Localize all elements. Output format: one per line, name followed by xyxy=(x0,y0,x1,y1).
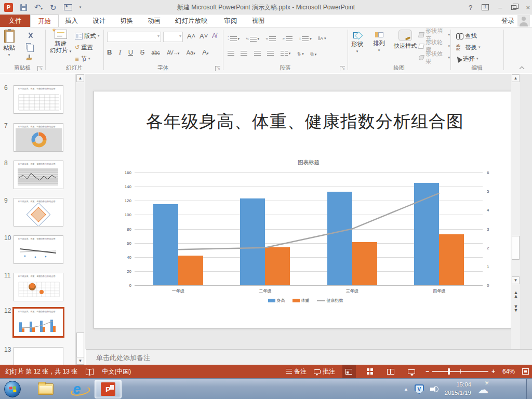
shrink-font-icon[interactable]: A˅ xyxy=(200,32,208,40)
font-size-combo[interactable] xyxy=(163,32,183,42)
grow-font-icon[interactable]: A˄ xyxy=(187,32,195,40)
bullets-icon[interactable]: ⁚▾ xyxy=(228,36,240,41)
security-shield-icon[interactable]: V xyxy=(415,384,424,394)
font-dialog-launcher[interactable]: ↘ xyxy=(215,66,220,71)
zoom-out-icon[interactable]: − xyxy=(425,368,429,375)
section-button[interactable]: ≣节▾ xyxy=(75,54,90,64)
cut-icon[interactable] xyxy=(27,33,34,39)
thumbnail-slide-6[interactable]: 6各年级身高、体重、健康指数分析组合图 xyxy=(0,84,85,117)
thumbnail-preview[interactable] xyxy=(14,347,63,365)
strikethrough-button[interactable]: S xyxy=(140,48,144,56)
previous-slide-icon[interactable]: ▲▲ xyxy=(512,291,520,298)
italic-button[interactable]: I xyxy=(119,48,121,57)
taskbar-ie-button[interactable]: e xyxy=(63,380,90,398)
align-text-icon[interactable]: ⇅▾ xyxy=(297,51,304,57)
numbering-icon[interactable]: ½▾ xyxy=(246,37,260,42)
arrange-button[interactable]: 排列▾ xyxy=(373,30,385,52)
align-left-icon[interactable] xyxy=(228,51,234,56)
scroll-down-icon[interactable]: ▼ xyxy=(512,276,520,284)
tab-item[interactable]: 视图 xyxy=(245,15,272,27)
thumbnail-preview[interactable]: 各年级身高、体重、健康指数分析组合图 xyxy=(14,198,63,227)
scroll-up-icon[interactable]: ▲ xyxy=(512,74,520,82)
format-painter-icon[interactable] xyxy=(26,55,32,61)
volume-icon[interactable] xyxy=(430,385,438,393)
decrease-indent-icon[interactable]: « xyxy=(266,36,276,41)
show-desktop-button[interactable] xyxy=(526,379,532,399)
ribbon-display-options-icon[interactable]: ↥ xyxy=(482,4,489,10)
legend-item[interactable]: 健康指数 xyxy=(317,298,343,303)
find-button[interactable]: 查找 xyxy=(456,31,477,41)
help-icon[interactable]: ? xyxy=(469,4,472,11)
paragraph-dialog-launcher[interactable]: ↘ xyxy=(340,66,345,71)
change-case-button[interactable]: Aa▾ xyxy=(187,49,195,56)
font-color-button[interactable]: A▾ xyxy=(202,48,208,56)
quick-styles-button[interactable]: 快速样式 xyxy=(394,30,417,50)
character-spacing-button[interactable]: AV↔▾ xyxy=(167,50,179,56)
new-slide-button[interactable]: ✶ 新建 幻灯片 ▾ xyxy=(50,30,71,55)
notes-pane[interactable]: 单击此处添加备注 xyxy=(86,349,532,365)
thumbnail-slide-12[interactable]: 12各年级身高、体重、健康指数分析组合图 xyxy=(0,307,85,340)
text-shadow-button[interactable]: abc xyxy=(152,50,160,56)
justify-icon[interactable] xyxy=(267,51,274,56)
taskbar-clock[interactable]: 15:04 2015/1/19 xyxy=(445,381,471,397)
tray-expand-icon[interactable]: ▲ xyxy=(404,387,408,392)
text-direction-icon[interactable]: ‖A▾ xyxy=(318,36,326,41)
increase-indent-icon[interactable]: » xyxy=(282,36,292,41)
language-indicator[interactable]: 中文(中国) xyxy=(102,367,131,376)
tab-item[interactable]: 切换 xyxy=(113,15,140,27)
thumbnail-preview[interactable]: 各年级身高、体重、健康指数分析组合图 xyxy=(14,273,63,301)
thumbnail-slide-9[interactable]: 9各年级身高、体重、健康指数分析组合图 xyxy=(0,197,85,230)
layout-button[interactable]: 版式▾ xyxy=(75,31,100,41)
thumbnail-slide-10[interactable]: 10各年级身高、体重、健康指数分析组合图 xyxy=(0,234,85,268)
underline-button[interactable]: U xyxy=(128,48,133,56)
tab-home-active[interactable]: 开始 xyxy=(30,15,59,27)
normal-view-button[interactable] xyxy=(342,365,356,378)
copy-icon[interactable] xyxy=(26,43,31,49)
reset-button[interactable]: ↺重置 xyxy=(75,42,93,52)
spell-check-icon[interactable] xyxy=(86,369,94,375)
scrollbar-thumb[interactable] xyxy=(512,236,520,260)
slide-sorter-view-button[interactable] xyxy=(363,365,377,378)
tab-item[interactable]: 幻灯片放映 xyxy=(168,15,215,27)
replace-button[interactable]: abac替换▾ xyxy=(456,42,481,52)
font-name-combo[interactable] xyxy=(107,32,161,42)
tab-file[interactable]: 文件 xyxy=(0,15,30,27)
line-spacing-icon[interactable]: ↕▾ xyxy=(299,36,312,41)
thumbnail-preview[interactable]: 各年级身高、体重、健康指数分析组合图 xyxy=(14,123,63,152)
tab-item[interactable]: 动画 xyxy=(140,15,168,27)
tab-item[interactable]: 插入 xyxy=(58,15,85,27)
thumbnail-preview[interactable]: 各年级身高、体重、健康指数分析组合图 xyxy=(14,235,63,264)
close-icon[interactable]: × xyxy=(526,4,530,11)
zoom-in-icon[interactable]: + xyxy=(491,368,495,375)
legend-item[interactable]: 体重 xyxy=(292,298,310,303)
slide-12[interactable]: 各年级身高、体重、健康指数分析组合图 图表标题 身高体重健康指数 1601401… xyxy=(94,91,516,329)
zoom-percentage[interactable]: 64% xyxy=(502,368,515,375)
slide-number-indicator[interactable]: 幻灯片 第 12 张，共 13 张 xyxy=(5,367,77,376)
reading-view-button[interactable] xyxy=(384,365,397,378)
line-series-health-index[interactable] xyxy=(135,172,483,285)
legend-item[interactable]: 身高 xyxy=(268,298,285,303)
start-button[interactable] xyxy=(4,381,21,397)
notes-toggle[interactable]: 备注 xyxy=(286,367,307,376)
select-button[interactable]: 选择▾ xyxy=(456,54,478,64)
fit-to-window-icon[interactable] xyxy=(522,368,529,375)
chart-legend[interactable]: 身高体重健康指数 xyxy=(94,298,517,303)
thumbnail-preview[interactable]: 各年级身高、体重、健康指数分析组合图 xyxy=(12,307,64,338)
thumbnail-slide-13[interactable]: 13 xyxy=(0,346,85,365)
shapes-button[interactable]: 形状▾ xyxy=(351,30,363,54)
zoom-slider[interactable] xyxy=(432,371,488,372)
paste-button[interactable]: 粘贴▾ xyxy=(3,30,15,57)
thumbnail-preview[interactable]: 各年级身高、体重、健康指数分析组合图 xyxy=(14,85,63,114)
columns-icon[interactable]: ▾ xyxy=(281,51,291,56)
next-slide-icon[interactable]: ▼▼ xyxy=(512,305,520,312)
smartart-convert-icon[interactable]: ⧉▾ xyxy=(310,51,316,57)
chart-title[interactable]: 图表标题 xyxy=(135,159,483,166)
minimize-icon[interactable]: – xyxy=(498,4,502,11)
align-right-icon[interactable] xyxy=(254,51,261,56)
thumbnail-slide-7[interactable]: 7各年级身高、体重、健康指数分析组合图 xyxy=(0,122,85,155)
clipboard-dialog-launcher[interactable]: ↘ xyxy=(37,66,43,71)
clear-formatting-icon[interactable]: A̸ xyxy=(212,32,217,39)
notes-placeholder[interactable]: 单击此处添加备注 xyxy=(96,353,150,363)
restore-icon[interactable] xyxy=(511,5,516,10)
sign-in-link[interactable]: 登录 xyxy=(501,15,514,27)
